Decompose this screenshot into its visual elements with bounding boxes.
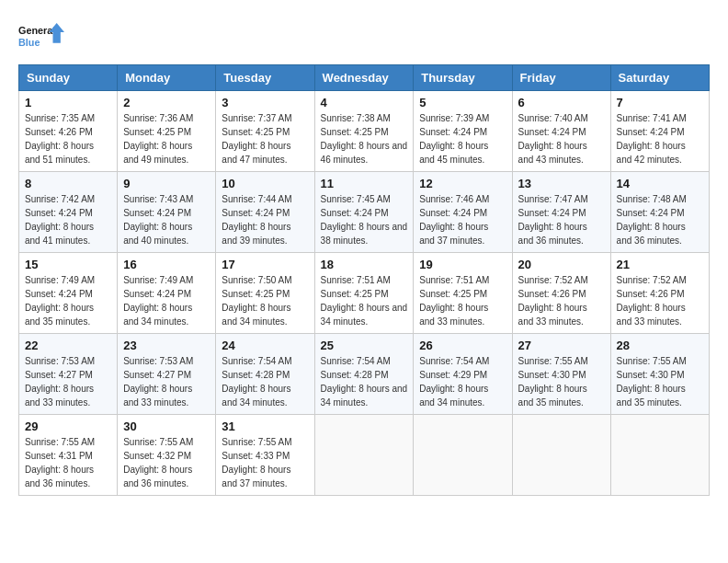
day-info: Sunrise: 7:43 AM Sunset: 4:24 PM Dayligh… — [123, 192, 210, 247]
sunset-label: Sunset: 4:25 PM — [321, 289, 389, 299]
sunrise-label: Sunrise: 7:54 AM — [222, 356, 291, 366]
day-number: 6 — [518, 96, 605, 109]
calendar-cell — [512, 415, 610, 496]
calendar-cell: 31 Sunrise: 7:55 AM Sunset: 4:33 PM Dayl… — [216, 415, 314, 496]
calendar-cell: 22 Sunrise: 7:53 AM Sunset: 4:27 PM Dayl… — [19, 334, 118, 415]
calendar-week-5: 29 Sunrise: 7:55 AM Sunset: 4:31 PM Dayl… — [19, 415, 710, 496]
column-header-saturday: Saturday — [610, 65, 709, 91]
sunset-label: Sunset: 4:31 PM — [25, 451, 93, 461]
sunrise-label: Sunrise: 7:54 AM — [321, 356, 391, 366]
calendar-cell: 8 Sunrise: 7:42 AM Sunset: 4:24 PM Dayli… — [19, 172, 118, 253]
day-number: 28 — [617, 339, 703, 352]
daylight-label: Daylight: 8 hours and 42 minutes. — [617, 141, 686, 165]
day-info: Sunrise: 7:51 AM Sunset: 4:25 PM Dayligh… — [419, 273, 506, 328]
daylight-label: Daylight: 8 hours and 36 minutes. — [617, 222, 686, 246]
sunrise-label: Sunrise: 7:47 AM — [518, 194, 588, 204]
sunset-label: Sunset: 4:24 PM — [419, 208, 487, 218]
calendar-cell: 13 Sunrise: 7:47 AM Sunset: 4:24 PM Dayl… — [512, 172, 610, 253]
day-info: Sunrise: 7:51 AM Sunset: 4:25 PM Dayligh… — [321, 273, 408, 328]
sunrise-label: Sunrise: 7:51 AM — [321, 275, 391, 285]
day-info: Sunrise: 7:52 AM Sunset: 4:26 PM Dayligh… — [617, 273, 703, 328]
calendar-cell: 6 Sunrise: 7:40 AM Sunset: 4:24 PM Dayli… — [512, 91, 610, 172]
calendar-cell: 2 Sunrise: 7:36 AM Sunset: 4:25 PM Dayli… — [118, 91, 216, 172]
sunset-label: Sunset: 4:24 PM — [617, 127, 685, 137]
day-info: Sunrise: 7:52 AM Sunset: 4:26 PM Dayligh… — [518, 273, 605, 328]
calendar-cell: 30 Sunrise: 7:55 AM Sunset: 4:32 PM Dayl… — [118, 415, 216, 496]
daylight-label: Daylight: 8 hours and 41 minutes. — [25, 222, 94, 246]
day-number: 11 — [321, 177, 408, 190]
day-number: 8 — [25, 177, 111, 190]
daylight-label: Daylight: 8 hours and 34 minutes. — [222, 384, 290, 408]
daylight-label: Daylight: 8 hours and 33 minutes. — [518, 303, 587, 327]
sunset-label: Sunset: 4:24 PM — [617, 208, 685, 218]
daylight-label: Daylight: 8 hours and 43 minutes. — [518, 141, 587, 165]
calendar-week-2: 8 Sunrise: 7:42 AM Sunset: 4:24 PM Dayli… — [19, 172, 710, 253]
day-info: Sunrise: 7:55 AM Sunset: 4:30 PM Dayligh… — [617, 354, 703, 409]
sunset-label: Sunset: 4:24 PM — [419, 127, 487, 137]
sunset-label: Sunset: 4:25 PM — [222, 127, 290, 137]
daylight-label: Daylight: 8 hours and 37 minutes. — [222, 465, 290, 488]
column-header-sunday: Sunday — [19, 65, 118, 91]
sunrise-label: Sunrise: 7:42 AM — [25, 194, 95, 204]
day-number: 17 — [222, 258, 308, 271]
daylight-label: Daylight: 8 hours and 34 minutes. — [123, 303, 192, 327]
calendar-cell: 26 Sunrise: 7:54 AM Sunset: 4:29 PM Dayl… — [414, 334, 512, 415]
column-header-thursday: Thursday — [414, 65, 512, 91]
sunset-label: Sunset: 4:24 PM — [321, 208, 389, 218]
sunrise-label: Sunrise: 7:55 AM — [617, 356, 687, 366]
page-header: General Blue — [18, 18, 710, 55]
daylight-label: Daylight: 8 hours and 36 minutes. — [518, 222, 587, 246]
day-info: Sunrise: 7:48 AM Sunset: 4:24 PM Dayligh… — [617, 192, 703, 247]
calendar-cell: 23 Sunrise: 7:53 AM Sunset: 4:27 PM Dayl… — [118, 334, 216, 415]
calendar-week-1: 1 Sunrise: 7:35 AM Sunset: 4:26 PM Dayli… — [19, 91, 710, 172]
sunrise-label: Sunrise: 7:40 AM — [518, 113, 588, 123]
day-number: 26 — [419, 339, 506, 352]
day-number: 31 — [222, 419, 308, 433]
day-number: 9 — [123, 177, 210, 190]
sunset-label: Sunset: 4:24 PM — [222, 208, 290, 218]
calendar-cell: 3 Sunrise: 7:37 AM Sunset: 4:25 PM Dayli… — [216, 91, 314, 172]
day-number: 1 — [25, 96, 111, 109]
day-info: Sunrise: 7:37 AM Sunset: 4:25 PM Dayligh… — [222, 111, 308, 167]
daylight-label: Daylight: 8 hours and 33 minutes. — [25, 384, 94, 408]
sunrise-label: Sunrise: 7:49 AM — [123, 275, 193, 285]
day-info: Sunrise: 7:46 AM Sunset: 4:24 PM Dayligh… — [419, 192, 506, 247]
daylight-label: Daylight: 8 hours and 34 minutes. — [222, 303, 290, 327]
day-info: Sunrise: 7:41 AM Sunset: 4:24 PM Dayligh… — [617, 111, 703, 167]
daylight-label: Daylight: 8 hours and 36 minutes. — [123, 465, 192, 488]
sunset-label: Sunset: 4:24 PM — [123, 289, 191, 299]
daylight-label: Daylight: 8 hours and 34 minutes. — [419, 384, 488, 408]
logo: General Blue — [18, 18, 64, 55]
calendar-header-row: SundayMondayTuesdayWednesdayThursdayFrid… — [19, 65, 710, 91]
day-number: 23 — [123, 339, 210, 352]
sunset-label: Sunset: 4:32 PM — [123, 451, 191, 461]
sunrise-label: Sunrise: 7:43 AM — [123, 194, 193, 204]
sunset-label: Sunset: 4:26 PM — [518, 289, 586, 299]
day-info: Sunrise: 7:55 AM Sunset: 4:31 PM Dayligh… — [25, 435, 111, 490]
sunset-label: Sunset: 4:24 PM — [518, 127, 586, 137]
day-number: 7 — [617, 96, 703, 109]
calendar-cell: 20 Sunrise: 7:52 AM Sunset: 4:26 PM Dayl… — [512, 253, 610, 334]
day-number: 20 — [518, 258, 605, 271]
calendar-cell: 14 Sunrise: 7:48 AM Sunset: 4:24 PM Dayl… — [610, 172, 709, 253]
sunrise-label: Sunrise: 7:36 AM — [123, 113, 193, 123]
day-info: Sunrise: 7:39 AM Sunset: 4:24 PM Dayligh… — [419, 111, 506, 167]
day-number: 27 — [518, 339, 605, 352]
sunrise-label: Sunrise: 7:52 AM — [617, 275, 687, 285]
sunrise-label: Sunrise: 7:55 AM — [222, 437, 291, 447]
day-number: 24 — [222, 339, 308, 352]
sunrise-label: Sunrise: 7:50 AM — [222, 275, 291, 285]
calendar-cell: 29 Sunrise: 7:55 AM Sunset: 4:31 PM Dayl… — [19, 415, 118, 496]
sunset-label: Sunset: 4:25 PM — [222, 289, 290, 299]
sunset-label: Sunset: 4:29 PM — [419, 370, 487, 380]
sunrise-label: Sunrise: 7:55 AM — [25, 437, 95, 447]
daylight-label: Daylight: 8 hours and 51 minutes. — [25, 141, 94, 165]
day-info: Sunrise: 7:49 AM Sunset: 4:24 PM Dayligh… — [123, 273, 210, 328]
day-info: Sunrise: 7:54 AM Sunset: 4:28 PM Dayligh… — [222, 354, 308, 409]
sunset-label: Sunset: 4:25 PM — [123, 127, 191, 137]
day-number: 3 — [222, 96, 308, 109]
sunset-label: Sunset: 4:26 PM — [617, 289, 685, 299]
calendar-cell: 4 Sunrise: 7:38 AM Sunset: 4:25 PM Dayli… — [314, 91, 414, 172]
sunrise-label: Sunrise: 7:37 AM — [222, 113, 291, 123]
day-number: 21 — [617, 258, 703, 271]
